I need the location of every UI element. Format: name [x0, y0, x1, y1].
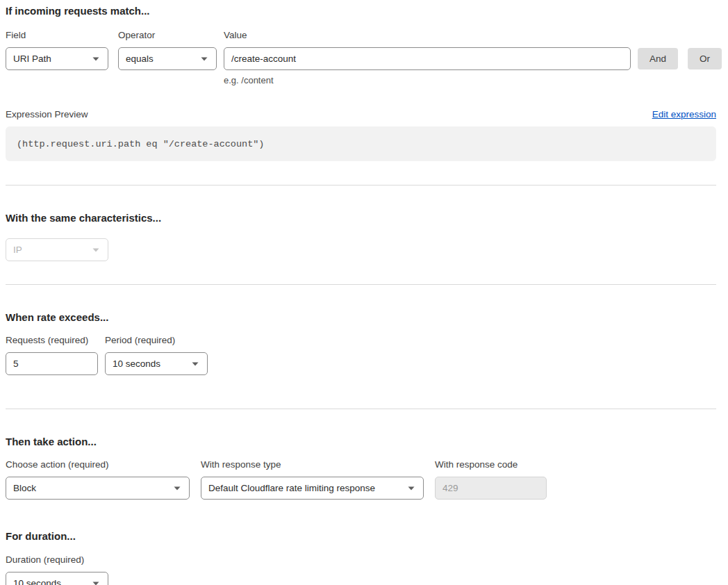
response-type-select[interactable]: Default Cloudflare rate limiting respons… — [201, 477, 424, 500]
value-label: Value — [224, 30, 631, 40]
operator-select[interactable]: equals — [118, 47, 217, 70]
or-button[interactable]: Or — [688, 48, 722, 69]
chevron-down-icon — [192, 362, 199, 366]
operator-select-value: equals — [126, 53, 154, 64]
field-select-value: URI Path — [13, 53, 51, 64]
operator-label: Operator — [118, 30, 217, 40]
rate-row: Requests (required) Period (required) 10… — [6, 335, 716, 375]
action-row: Choose action (required) Block With resp… — [6, 459, 716, 500]
section-divider — [6, 284, 716, 285]
section-divider — [6, 409, 716, 409]
match-condition-row: Field URI Path Operator equals Value e.g… — [6, 30, 716, 85]
choose-action-select[interactable]: Block — [6, 477, 190, 500]
duration-row: Duration (required) 10 seconds — [6, 554, 716, 585]
duration-select-value: 10 seconds — [13, 578, 61, 585]
chevron-down-icon — [92, 248, 99, 252]
characteristics-section-heading: With the same characteristics... — [6, 212, 716, 224]
duration-section-heading: For duration... — [6, 530, 716, 543]
characteristic-select[interactable]: IP — [6, 238, 108, 261]
period-label: Period (required) — [105, 335, 208, 345]
field-select[interactable]: URI Path — [6, 47, 108, 70]
chevron-down-icon — [92, 582, 99, 585]
requests-label: Requests (required) — [6, 335, 98, 345]
duration-select[interactable]: 10 seconds — [6, 572, 108, 585]
field-label: Field — [6, 30, 108, 40]
value-helper-text: e.g. /content — [224, 75, 631, 85]
choose-action-label: Choose action (required) — [6, 459, 190, 470]
rate-limiting-rule-form: If incoming requests match... Field URI … — [0, 0, 728, 585]
response-type-label: With response type — [201, 459, 424, 470]
value-input[interactable] — [224, 47, 631, 70]
expression-preview-header: Expression Preview Edit expression — [6, 109, 716, 120]
expression-preview-label: Expression Preview — [6, 109, 88, 120]
rate-section-heading: When rate exceeds... — [6, 311, 716, 324]
expression-code: (http.request.uri.path eq "/create-accou… — [17, 139, 264, 149]
match-section-heading: If incoming requests match... — [6, 5, 716, 17]
expression-preview-box: (http.request.uri.path eq "/create-accou… — [6, 126, 716, 161]
period-select[interactable]: 10 seconds — [105, 352, 208, 375]
duration-label: Duration (required) — [6, 554, 716, 565]
choose-action-select-value: Block — [13, 483, 36, 493]
response-code-label: With response code — [435, 459, 547, 470]
action-section-heading: Then take action... — [6, 436, 716, 448]
chevron-down-icon — [174, 486, 181, 491]
response-type-select-value: Default Cloudflare rate limiting respons… — [208, 483, 375, 493]
response-code-input — [435, 477, 547, 500]
edit-expression-link[interactable]: Edit expression — [652, 109, 716, 120]
chevron-down-icon — [408, 486, 415, 491]
requests-input[interactable] — [6, 352, 98, 375]
chevron-down-icon — [92, 57, 99, 61]
and-button[interactable]: And — [638, 48, 678, 69]
chevron-down-icon — [201, 57, 208, 61]
period-select-value: 10 seconds — [113, 359, 160, 369]
characteristic-select-value: IP — [13, 245, 22, 255]
section-divider — [6, 185, 716, 186]
